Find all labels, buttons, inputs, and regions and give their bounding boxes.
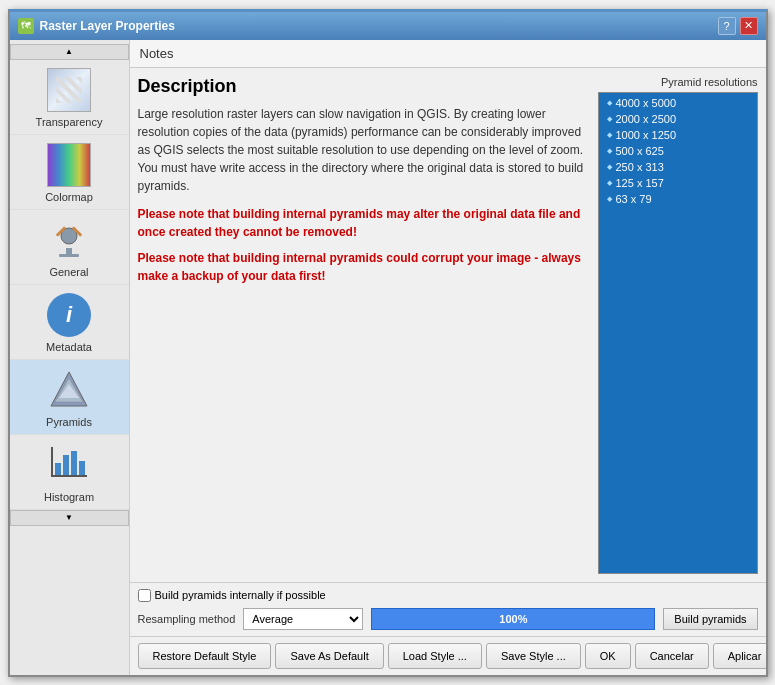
panel-body: Description Large resolution raster laye… xyxy=(130,68,766,582)
svg-rect-4 xyxy=(59,254,79,257)
progress-bar: 100% xyxy=(371,608,655,630)
dialog-icon: 🗺 xyxy=(18,18,34,34)
svg-rect-8 xyxy=(51,475,87,477)
dialog-title: Raster Layer Properties xyxy=(40,19,175,33)
sidebar-label-metadata: Metadata xyxy=(46,341,92,353)
notes-body: Large resolution raster layers can slow … xyxy=(138,105,586,195)
pyramids-icon xyxy=(47,368,91,412)
footer-right-buttons: OK Cancelar Aplicar Ajuda xyxy=(585,643,766,669)
sidebar-label-histogram: Histogram xyxy=(44,491,94,503)
colormap-icon xyxy=(47,143,91,187)
resampling-row: Resampling method Average Nearest Gauss … xyxy=(138,608,758,630)
sidebar-item-metadata[interactable]: i Metadata xyxy=(10,285,129,360)
pyramid-item-2[interactable]: 1000 x 1250 xyxy=(601,127,755,143)
sidebar-item-transparency[interactable]: Transparency xyxy=(10,60,129,135)
build-internally-checkbox[interactable] xyxy=(138,589,151,602)
notes-section: Description Large resolution raster laye… xyxy=(138,76,590,574)
save-style-button[interactable]: Save Style ... xyxy=(486,643,581,669)
sidebar-label-colormap: Colormap xyxy=(45,191,93,203)
pyramid-label: Pyramid resolutions xyxy=(598,76,758,88)
transparency-icon-container xyxy=(45,66,93,114)
load-style-button[interactable]: Load Style ... xyxy=(388,643,482,669)
sidebar-item-colormap[interactable]: Colormap xyxy=(10,135,129,210)
apply-button[interactable]: Aplicar xyxy=(713,643,766,669)
restore-default-style-button[interactable]: Restore Default Style xyxy=(138,643,272,669)
sidebar-label-pyramids: Pyramids xyxy=(46,416,92,428)
cancel-button[interactable]: Cancelar xyxy=(635,643,709,669)
colormap-icon-container xyxy=(45,141,93,189)
sidebar-scroll-up[interactable]: ▲ xyxy=(10,44,129,60)
resampling-label: Resampling method xyxy=(138,613,236,625)
save-as-default-button[interactable]: Save As Default xyxy=(275,643,383,669)
svg-rect-10 xyxy=(55,463,61,475)
pyramid-item-6[interactable]: 63 x 79 xyxy=(601,191,755,207)
pyramid-item-1[interactable]: 2000 x 2500 xyxy=(601,111,755,127)
build-internally-label: Build pyramids internally if possible xyxy=(155,589,326,601)
title-bar-left: 🗺 Raster Layer Properties xyxy=(18,18,175,34)
sidebar: ▲ Transparency Colormap xyxy=(10,40,130,675)
build-internally-checkbox-label[interactable]: Build pyramids internally if possible xyxy=(138,589,326,602)
svg-rect-12 xyxy=(71,451,77,475)
pyramid-section: Pyramid resolutions 4000 x 5000 2000 x 2… xyxy=(598,76,758,574)
sidebar-label-transparency: Transparency xyxy=(36,116,103,128)
svg-rect-11 xyxy=(63,455,69,475)
right-panel: Notes Description Large resolution raste… xyxy=(130,40,766,675)
metadata-icon-container: i xyxy=(45,291,93,339)
notes-warning-1: Please note that building internal pyram… xyxy=(138,205,586,241)
pyramid-item-4[interactable]: 250 x 313 xyxy=(601,159,755,175)
svg-rect-13 xyxy=(79,461,85,475)
pyramid-item-3[interactable]: 500 x 625 xyxy=(601,143,755,159)
build-pyramids-row: Build pyramids internally if possible xyxy=(138,589,758,602)
transparency-icon xyxy=(47,68,91,112)
title-bar: 🗺 Raster Layer Properties ? ✕ xyxy=(10,12,766,40)
help-title-button[interactable]: ? xyxy=(718,17,736,35)
sidebar-item-pyramids[interactable]: Pyramids xyxy=(10,360,129,435)
general-icon-container xyxy=(45,216,93,264)
svg-rect-9 xyxy=(51,447,53,477)
footer-buttons: Restore Default Style Save As Default Lo… xyxy=(130,636,766,675)
histogram-icon xyxy=(47,443,91,487)
title-bar-buttons: ? ✕ xyxy=(718,17,758,35)
build-pyramids-button[interactable]: Build pyramids xyxy=(663,608,757,630)
close-title-button[interactable]: ✕ xyxy=(740,17,758,35)
pyramid-list[interactable]: 4000 x 5000 2000 x 2500 1000 x 1250 500 … xyxy=(598,92,758,574)
resampling-select[interactable]: Average Nearest Gauss Cubic Mode None xyxy=(243,608,363,630)
sidebar-scroll-down[interactable]: ▼ xyxy=(10,510,129,526)
pyramid-item-0[interactable]: 4000 x 5000 xyxy=(601,95,755,111)
general-icon xyxy=(47,218,91,262)
panel-header: Notes xyxy=(130,40,766,68)
sidebar-item-general[interactable]: General xyxy=(10,210,129,285)
notes-title: Description xyxy=(138,76,586,97)
raster-layer-properties-dialog: 🗺 Raster Layer Properties ? ✕ ▲ Transpar… xyxy=(8,9,768,677)
metadata-icon: i xyxy=(47,293,91,337)
ok-button[interactable]: OK xyxy=(585,643,631,669)
sidebar-label-general: General xyxy=(49,266,88,278)
main-content: ▲ Transparency Colormap xyxy=(10,40,766,675)
pyramid-item-5[interactable]: 125 x 157 xyxy=(601,175,755,191)
bottom-controls: Build pyramids internally if possible Re… xyxy=(130,582,766,636)
notes-warning-2: Please note that building internal pyram… xyxy=(138,249,586,285)
footer-left-buttons: Restore Default Style Save As Default Lo… xyxy=(138,643,581,669)
progress-percent: 100% xyxy=(499,613,527,625)
sidebar-item-histogram[interactable]: Histogram xyxy=(10,435,129,510)
pyramids-icon-container xyxy=(45,366,93,414)
histogram-icon-container xyxy=(45,441,93,489)
